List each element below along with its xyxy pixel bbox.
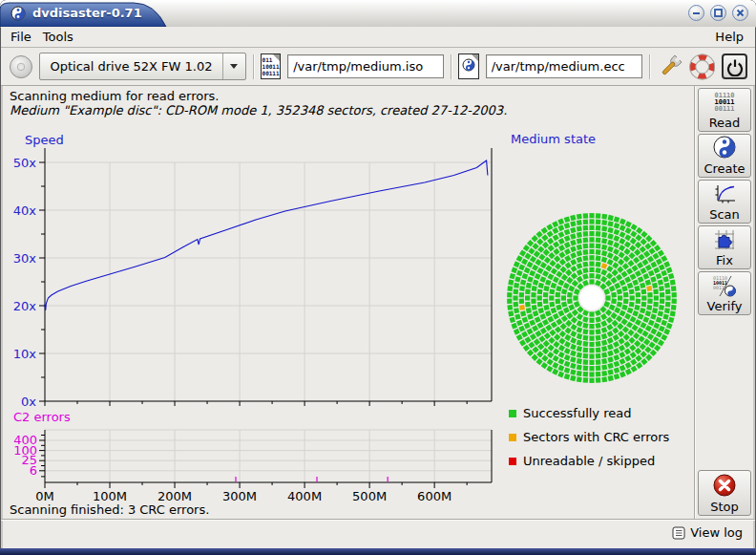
legend-item-unreadable: Unreadable / skipped	[509, 449, 669, 473]
iso-icon-binary-line: 10011	[262, 63, 280, 70]
window-title: dvdisaster-0.71	[32, 6, 142, 20]
toolbar-separator	[253, 54, 254, 79]
puzzle-fix-icon	[699, 226, 750, 253]
fix-button[interactable]: Fix	[698, 225, 751, 269]
medium-state-disc	[505, 211, 681, 387]
svg-text:200M: 200M	[158, 489, 192, 503]
svg-text:600M: 600M	[417, 489, 452, 503]
maximize-button[interactable]	[710, 5, 726, 21]
cd-disc-icon	[9, 54, 32, 79]
svg-text:30x: 30x	[13, 251, 37, 266]
ecc-path-input[interactable]	[486, 54, 642, 78]
quit-power-button[interactable]	[722, 53, 747, 79]
window-controls	[688, 5, 748, 21]
svg-text:20x: 20x	[13, 299, 37, 313]
legend-label: Unreadable / skipped	[523, 454, 655, 468]
menu-tools[interactable]: Tools	[41, 28, 83, 47]
svg-text:100M: 100M	[93, 489, 127, 503]
verify-compare-icon: 01110 10011 00111	[699, 272, 750, 299]
legend-swatch-crc	[509, 434, 516, 441]
iso-file-icon: 011 10011 00111	[261, 53, 282, 79]
help-lifesaver-icon[interactable]	[689, 53, 715, 80]
toolbar: Optical drive 52X FW 1.02 011 10011 0011…	[1, 48, 755, 86]
toolbar-separator	[649, 54, 650, 79]
create-button-label: Create	[704, 161, 745, 176]
iso-icon-binary-line: 011	[262, 56, 273, 63]
sidebar-separator	[694, 86, 695, 519]
stop-icon	[699, 471, 750, 500]
scan-button[interactable]: Scan	[698, 180, 751, 224]
svg-text:400: 400	[13, 433, 37, 447]
svg-text:50x: 50x	[13, 156, 37, 170]
create-button[interactable]: Create	[698, 134, 751, 178]
legend-swatch-good	[509, 410, 516, 417]
drive-selector-value: Optical drive 52X FW 1.02	[40, 59, 221, 74]
legend-swatch-unreadable	[509, 458, 516, 465]
c2-errors-chart: 4001002560M100M200M300M400M500M600M	[0, 425, 515, 506]
svg-text:100: 100	[13, 443, 37, 458]
binary-read-icon: 01110 10011 00111	[699, 89, 750, 116]
stop-button-label: Stop	[710, 500, 739, 514]
view-log-label: View log	[690, 525, 743, 540]
svg-text:0M: 0M	[35, 489, 54, 503]
fix-button-label: Fix	[716, 253, 733, 267]
status-area: Scanning medium for read errors. Medium …	[10, 89, 507, 117]
minimize-button[interactable]	[688, 5, 704, 21]
legend-label: Sectors with CRC errors	[523, 430, 669, 444]
svg-text:10x: 10x	[13, 347, 37, 361]
yinyang-create-icon	[699, 135, 750, 161]
c2-errors-chart-title: C2 errors	[13, 410, 71, 424]
statusbar-separator	[1, 519, 755, 520]
curve-chart-icon	[699, 181, 750, 207]
titlebar[interactable]: dvdisaster-0.71	[0, 0, 756, 28]
page-fold	[472, 54, 478, 61]
medium-state-legend: Successfully read Sectors with CRC error…	[509, 401, 669, 473]
power-icon	[725, 57, 745, 76]
verify-button[interactable]: 01110 10011 00111 Verify	[698, 271, 751, 315]
legend-item-good: Successfully read	[509, 401, 669, 425]
svg-text:40x: 40x	[13, 203, 37, 218]
svg-text:300M: 300M	[222, 489, 257, 503]
page-fold	[273, 54, 280, 61]
ecc-file-icon	[458, 53, 479, 79]
svg-text:25: 25	[21, 453, 37, 467]
speed-chart-title: Speed	[25, 133, 64, 147]
app-window: dvdisaster-0.71 File Tools Help	[0, 0, 756, 555]
scan-result-text: Scanning finished: 3 CRC errors.	[10, 502, 209, 517]
status-action: Scanning medium for read errors.	[10, 89, 507, 103]
menubar: File Tools Help	[1, 27, 755, 48]
svg-text:500M: 500M	[352, 489, 387, 503]
svg-text:6: 6	[30, 463, 37, 478]
legend-item-crc: Sectors with CRC errors	[509, 425, 669, 449]
view-log-button[interactable]: View log	[669, 524, 746, 541]
app-logo-icon	[10, 6, 26, 21]
toolbar-separator	[451, 54, 452, 79]
status-medium-info: Medium "Example disc": CD-ROM mode 1, 35…	[10, 103, 507, 117]
verify-button-label: Verify	[707, 299, 743, 313]
window-border-bottom	[0, 548, 756, 555]
menu-file[interactable]: File	[9, 28, 41, 47]
binary-line: 00111	[714, 106, 734, 113]
log-list-icon	[672, 526, 685, 540]
iso-path-input[interactable]	[287, 54, 444, 78]
svg-text:400M: 400M	[287, 489, 322, 503]
drive-selector[interactable]: Optical drive 52X FW 1.02	[39, 53, 245, 80]
drive-selector-arrow[interactable]	[222, 53, 245, 79]
stop-button[interactable]: Stop	[698, 470, 751, 516]
legend-label: Successfully read	[523, 406, 631, 420]
chevron-down-icon	[230, 64, 238, 69]
close-button[interactable]	[732, 5, 748, 21]
read-button[interactable]: 01110 10011 00111 Read	[698, 88, 751, 132]
iso-icon-binary-line: 00111	[262, 70, 280, 76]
speed-chart: 0x10x20x30x40x50x	[0, 132, 515, 415]
preferences-wrench-icon[interactable]	[657, 53, 682, 80]
scan-button-label: Scan	[709, 207, 740, 222]
medium-state-title: Medium state	[511, 132, 596, 146]
read-button-label: Read	[709, 116, 741, 130]
svg-text:0x: 0x	[21, 395, 36, 409]
menu-help[interactable]: Help	[705, 28, 747, 47]
